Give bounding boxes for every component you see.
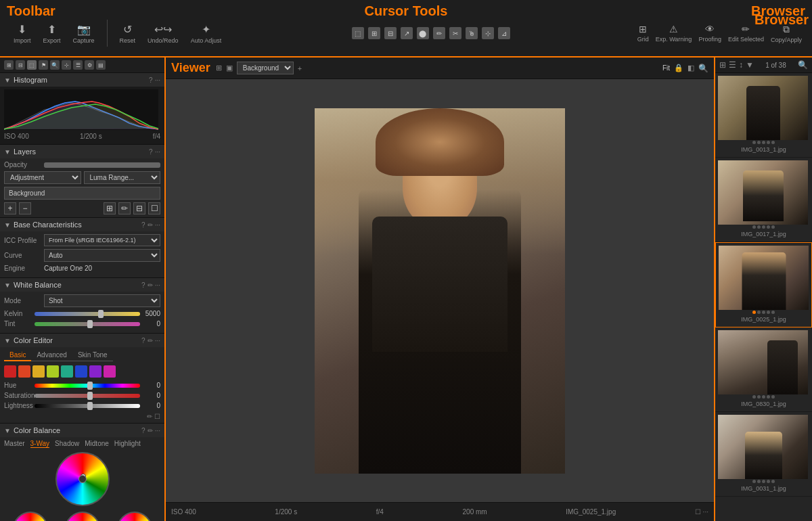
wb-edit[interactable]: ✏	[148, 281, 153, 289]
viewer-add-icon[interactable]: +	[298, 64, 302, 72]
swatch-yellow-green[interactable]	[47, 365, 59, 378]
cb-tab-midtone[interactable]: Midtone	[85, 440, 109, 448]
cursor-tool-1[interactable]: ⬚	[352, 27, 364, 39]
histogram-header[interactable]: ▼ Histogram ? ···	[0, 73, 164, 87]
remove-layer-button[interactable]: −	[19, 202, 31, 214]
wb-header[interactable]: ▼ White Balance ? ✏ ···	[0, 278, 164, 292]
swatch-blue[interactable]	[75, 365, 87, 378]
highlight-wheel[interactable]	[117, 512, 152, 521]
panel-icon-4[interactable]: ⚑	[39, 60, 48, 70]
ce-edit[interactable]: ✏	[148, 337, 153, 344]
thumb-item-1[interactable]: IMG_0013_1.jpg	[715, 73, 812, 158]
ce-tab-advanced[interactable]: Advanced	[31, 350, 72, 361]
swatch-yellow[interactable]	[32, 365, 45, 378]
viewer-lock-icon[interactable]: 🔒	[674, 64, 683, 72]
expwarning-button[interactable]: ⚠ Exp. Warning	[656, 24, 692, 43]
base-char-help[interactable]: ?	[141, 221, 145, 229]
cursor-tool-2[interactable]: ⊞	[368, 27, 380, 39]
import-button[interactable]: ⬇ Import	[14, 23, 31, 44]
histogram-help[interactable]: ?	[149, 76, 153, 84]
ce-pen-icon[interactable]: ✏ ☐	[147, 413, 160, 420]
thumb-item-3[interactable]: IMG_0025_1.jpg	[715, 242, 812, 327]
kelvin-slider[interactable]	[35, 312, 140, 316]
swatch-pink[interactable]	[104, 365, 116, 378]
base-char-edit[interactable]: ✏	[148, 221, 153, 229]
grid-button[interactable]: ⊞ Grid	[637, 24, 649, 43]
ce-more[interactable]: ···	[155, 337, 160, 344]
panel-icon-3[interactable]: ⬚	[27, 60, 37, 70]
layer-delete-button[interactable]: ☐	[148, 202, 160, 214]
panel-icon-5[interactable]: 🔍	[50, 60, 60, 70]
browser-content[interactable]: IMG_0013_1.jpg IMG_0017_1.jpg	[715, 73, 812, 521]
cursor-tool-7[interactable]: ✂	[449, 27, 461, 39]
cb-more[interactable]: ···	[155, 427, 160, 434]
main-color-wheel[interactable]	[55, 452, 110, 506]
export-button[interactable]: ⬆ Export	[43, 23, 61, 44]
viewer-grid-icon[interactable]: ⊞	[216, 64, 222, 72]
saturation-slider[interactable]	[35, 394, 140, 398]
background-layer[interactable]: Background	[4, 187, 160, 200]
add-layer-button[interactable]: +	[4, 202, 16, 214]
cb-help[interactable]: ?	[141, 427, 145, 434]
viewer-layout-icon[interactable]: ▣	[226, 64, 233, 72]
browser-filter-icon[interactable]: ▼	[746, 60, 754, 70]
browser-sort-icon[interactable]: ↕	[739, 60, 743, 70]
swatch-orange[interactable]	[18, 365, 30, 378]
reset-button[interactable]: ↺ Reset	[120, 23, 136, 44]
panel-icon-6[interactable]: ⊹	[62, 60, 71, 70]
bottom-nav-icon[interactable]: ☐ ···	[695, 508, 708, 516]
layer-link-button[interactable]: ⊟	[133, 202, 145, 214]
cb-tab-highlight[interactable]: Highlight	[114, 440, 141, 448]
thumb-item-5[interactable]: IMG_0031_1.jpg	[715, 412, 812, 497]
cursor-tool-3[interactable]: ⊟	[384, 27, 397, 39]
cursor-tool-9[interactable]: ⊹	[482, 27, 494, 39]
base-char-header[interactable]: ▼ Base Characteristics ? ✏ ···	[0, 218, 164, 231]
layer-options-button[interactable]: ⊞	[104, 202, 116, 214]
lightness-slider[interactable]	[35, 404, 140, 408]
ce-tab-basic[interactable]: Basic	[4, 350, 31, 361]
layers-more[interactable]: ···	[155, 148, 160, 156]
swatch-green[interactable]	[61, 365, 73, 378]
thumb-item-2[interactable]: IMG_0017_1.jpg	[715, 158, 812, 242]
curve-select[interactable]: Auto	[44, 249, 160, 262]
layers-header[interactable]: ▼ Layers ? ···	[0, 145, 164, 158]
shadow-wheel[interactable]	[13, 512, 48, 521]
undoredo-button[interactable]: ↩↪ Undo/Redo	[148, 23, 179, 44]
swatch-purple[interactable]	[89, 365, 102, 378]
swatch-red[interactable]	[4, 365, 16, 378]
hue-slider[interactable]	[35, 384, 140, 388]
cursor-tool-8[interactable]: 🖱	[466, 27, 478, 39]
luma-range-select[interactable]: Luma Range...	[84, 171, 161, 184]
wb-help[interactable]: ?	[141, 281, 145, 289]
ce-header[interactable]: ▼ Color Editor ? ✏ ···	[0, 334, 164, 347]
browser-grid-icon[interactable]: ⊞	[719, 60, 726, 70]
histogram-more[interactable]: ···	[155, 76, 160, 84]
base-char-more[interactable]: ···	[155, 221, 160, 229]
ce-tab-skintone[interactable]: Skin Tone	[72, 350, 113, 361]
cursor-tool-5[interactable]: ⬤	[417, 27, 429, 39]
ce-help[interactable]: ?	[141, 337, 145, 344]
opacity-slider-track[interactable]	[44, 162, 160, 168]
cb-edit[interactable]: ✏	[148, 427, 153, 434]
thumb-item-4[interactable]: IMG_0830_1.jpg	[715, 327, 812, 412]
autoadjust-button[interactable]: ✦ Auto Adjust	[191, 23, 222, 44]
cursor-tool-6[interactable]: ✏	[433, 27, 445, 39]
layer-mask-button[interactable]: ✏	[118, 202, 131, 214]
tint-slider[interactable]	[35, 322, 140, 326]
cursor-tool-10[interactable]: ⊿	[498, 27, 510, 39]
panel-icon-1[interactable]: ⊞	[4, 60, 14, 70]
panel-icon-9[interactable]: ▤	[96, 60, 106, 70]
cursor-tool-4[interactable]: ↗	[401, 27, 413, 39]
adjustment-select[interactable]: Adjustment	[4, 171, 81, 184]
wb-more[interactable]: ···	[155, 281, 160, 289]
proofing-button[interactable]: 👁 Proofing	[698, 24, 721, 43]
viewer-compare-icon[interactable]: ◧	[687, 64, 694, 72]
layers-help[interactable]: ?	[149, 148, 153, 156]
icc-select[interactable]: From File (sRGB IEC61966-2.1)	[44, 234, 160, 246]
capture-button[interactable]: 📷 Capture	[73, 23, 95, 44]
cb-tab-3way[interactable]: 3-Way	[30, 440, 50, 448]
viewer-search-icon[interactable]: 🔍	[698, 64, 708, 73]
cb-tab-shadow[interactable]: Shadow	[55, 440, 79, 448]
cb-header[interactable]: ▼ Color Balance ? ✏ ···	[0, 424, 164, 437]
browser-list-icon[interactable]: ☰	[729, 60, 736, 70]
